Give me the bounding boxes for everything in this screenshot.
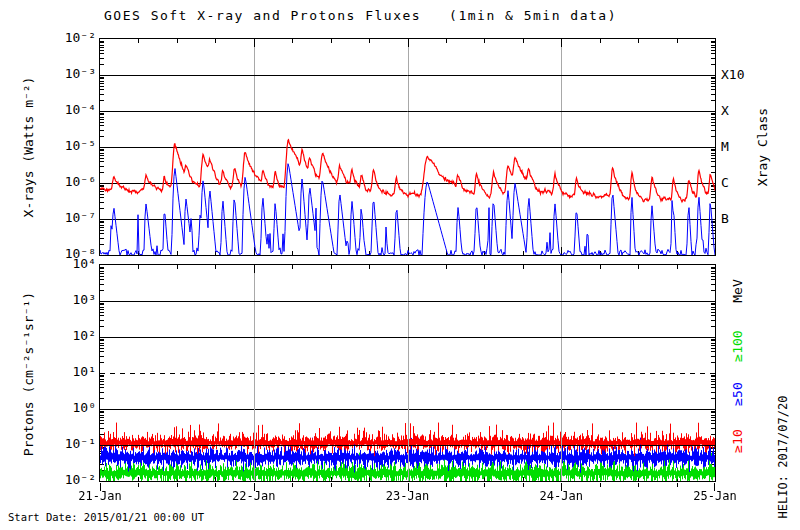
proton-y-tick-label: 10¹ bbox=[44, 365, 96, 379]
chart-title: GOES Soft X-ray and Protons Fluxes (1min… bbox=[104, 8, 617, 23]
xray-class-label: B bbox=[721, 212, 729, 226]
start-date-label: Start Date: 2015/01/21 00:00 UT bbox=[8, 511, 204, 523]
credit-watermark: HELIO: 2017/07/20 bbox=[776, 396, 790, 519]
xray-panel-canvas bbox=[100, 39, 715, 255]
xray-class-label: M bbox=[721, 140, 729, 154]
xray-y-tick-label: 10⁻² bbox=[44, 31, 96, 45]
xray-y-tick-label: 10⁻⁵ bbox=[44, 139, 96, 153]
proton-channel-label: ≥10 bbox=[730, 429, 745, 452]
xray-panel bbox=[99, 38, 716, 256]
xray-y-tick-label: 10⁻⁶ bbox=[44, 175, 96, 189]
proton-panel-canvas bbox=[100, 265, 715, 481]
x-tick-label: 24-Jan bbox=[540, 489, 583, 503]
proton-y-tick-label: 10³ bbox=[44, 293, 96, 307]
proton-channel-label: ≥50 bbox=[730, 382, 745, 405]
x-tick-label: 22-Jan bbox=[232, 489, 275, 503]
x-tick-label: 25-Jan bbox=[693, 489, 736, 503]
proton-y-tick-label: 10⁻² bbox=[44, 473, 96, 487]
xray-class-label: X10 bbox=[721, 68, 744, 82]
xray-y-axis-title: X-rays (Watts m⁻²) bbox=[21, 77, 36, 218]
proton-panel bbox=[99, 264, 716, 482]
proton-y-tick-label: 10⁴ bbox=[44, 257, 96, 271]
x-tick-label: 21-Jan bbox=[78, 489, 121, 503]
xray-class-axis-title: Xray Class bbox=[755, 108, 770, 186]
proton-y-tick-label: 10² bbox=[44, 329, 96, 343]
goes-flux-plot-page: GOES Soft X-ray and Protons Fluxes (1min… bbox=[0, 0, 800, 530]
proton-y-axis-title: Protons (cm⁻²s⁻¹sr⁻¹) bbox=[21, 292, 36, 456]
xray-y-tick-label: 10⁻⁴ bbox=[44, 103, 96, 117]
xray-class-label: X bbox=[721, 104, 729, 118]
xray-y-tick-label: 10⁻⁷ bbox=[44, 211, 96, 225]
mev-axis-title: MeV bbox=[730, 279, 745, 302]
xray-y-tick-label: 10⁻³ bbox=[44, 67, 96, 81]
proton-channel-label: ≥100 bbox=[730, 330, 745, 361]
xray-class-label: C bbox=[721, 176, 729, 190]
proton-y-tick-label: 10⁰ bbox=[44, 401, 96, 415]
proton-y-tick-label: 10⁻¹ bbox=[44, 437, 96, 451]
x-tick-label: 23-Jan bbox=[386, 489, 429, 503]
